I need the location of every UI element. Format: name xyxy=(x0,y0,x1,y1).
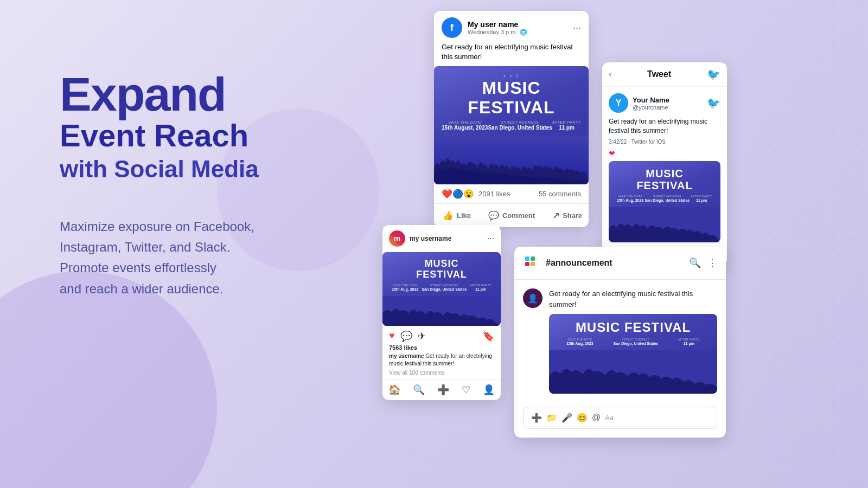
tw-body: Y Your Name @yourcname 🐦 Get ready for a… xyxy=(602,87,727,249)
tw-heart-icon: ❤ xyxy=(609,149,720,158)
sl-header: #announcement 🔍 ⋮ xyxy=(514,247,726,280)
ig-heart-icon[interactable]: ♥ xyxy=(389,330,395,342)
ig-caption-user: my username xyxy=(389,353,424,359)
ig-view-comments[interactable]: View all 100 comments xyxy=(382,370,501,379)
facebook-card: f My user name Wednesday 3 p.m. 🌐 ··· Ge… xyxy=(434,11,589,227)
instagram-card: m my username ··· MUSICFESTIVAL SAVE THE… xyxy=(382,225,501,400)
sl-message-row: 👤 Get ready for an electrifying music fe… xyxy=(523,288,717,394)
ig-home-icon[interactable]: 🏠 xyxy=(388,384,400,396)
svg-rect-6 xyxy=(531,262,535,266)
fb-festival-title: MUSICFESTIVAL xyxy=(439,79,583,117)
ig-comment-icon[interactable]: 💬 xyxy=(400,330,412,342)
fb-actions: 👍 Like 💬 Comment ↗ Share xyxy=(434,204,589,227)
slack-card: #announcement 🔍 ⋮ 👤 Get ready for an ele… xyxy=(514,247,726,438)
fb-comments: 55 comments xyxy=(539,190,581,198)
fb-reactions-bar: ❤️🔵😮 2091 likes 55 comments xyxy=(434,184,589,204)
reaction-icons: ❤️🔵😮 xyxy=(442,189,474,199)
sl-festival-image: MUSIC FESTIVAL SAVE THE DATE 15th Aug, 2… xyxy=(549,314,717,394)
tw-caption: Get ready for an electrifying music fest… xyxy=(609,117,720,136)
fb-caption: Get ready for an electrifying music fest… xyxy=(434,42,589,66)
ig-reels-icon[interactable]: ♡ xyxy=(462,384,470,396)
left-section: Expand Event Reach with Social Media Max… xyxy=(60,70,358,299)
sl-msg-caption: Get ready for an electrifying music fest… xyxy=(549,288,717,310)
ig-more-icon[interactable]: ··· xyxy=(487,234,494,243)
tw-user-info: Your Name @yourcname xyxy=(633,96,707,111)
fb-like-button[interactable]: 👍 Like xyxy=(434,206,480,225)
tw-bird-icon: 🐦 xyxy=(707,97,720,110)
headline-social: with Social Media xyxy=(60,155,358,184)
fb-festival-crowd xyxy=(434,136,589,184)
bg-shape-1 xyxy=(0,271,217,488)
sl-more-icon[interactable]: ⋮ xyxy=(707,257,717,269)
sl-input-area[interactable]: ➕ 📁 🎤 😊 @ Aa xyxy=(523,407,717,429)
tw-username: Your Name xyxy=(633,96,707,104)
tw-festival-image: MUSICFESTIVAL SAVE THE DATE 15th Aug, 20… xyxy=(609,161,720,242)
sl-input-field[interactable]: Aa xyxy=(605,414,709,422)
bg-dots xyxy=(760,0,868,488)
sl-add-icon[interactable]: ➕ xyxy=(531,413,542,423)
ig-nav-bar: 🏠 🔍 ➕ ♡ 👤 xyxy=(382,379,501,400)
svg-rect-5 xyxy=(525,262,529,266)
ig-likes: 7563 likes xyxy=(382,344,501,351)
sl-message-area: 👤 Get ready for an electrifying music fe… xyxy=(514,280,726,402)
description-text: Maximize exposure on Facebook,Instagram,… xyxy=(60,216,358,300)
fb-more-icon[interactable]: ··· xyxy=(573,22,581,34)
sl-logo-icon xyxy=(523,254,540,272)
fb-time: Wednesday 3 p.m. 🌐 xyxy=(468,29,567,36)
ig-username: my username xyxy=(410,235,483,242)
ig-avatar: m xyxy=(389,230,405,247)
fb-festival-details: SAVE THE DATE 15th August, 2023 STREET A… xyxy=(439,120,583,131)
tw-title: Tweet xyxy=(616,69,703,79)
tw-meta: 3:42/22 · Twitter for iOS xyxy=(609,139,720,145)
fb-comment-button[interactable]: 💬 Comment xyxy=(480,206,544,225)
fb-festival-image: ♪ ♪ ♪ MUSICFESTIVAL SAVE THE DATE 15th A… xyxy=(434,66,589,184)
headline-event-reach: Event Reach xyxy=(60,118,358,153)
svg-rect-4 xyxy=(531,256,535,261)
ig-festival-image: MUSICFESTIVAL SAVE THE DATE 15th Aug, 20… xyxy=(382,252,501,326)
fb-like-icon: 👍 xyxy=(443,210,454,221)
sl-search-icon[interactable]: 🔍 xyxy=(689,257,701,269)
fb-share-icon: ↗ xyxy=(552,210,559,221)
sl-channel-name: #announcement xyxy=(546,258,684,268)
tw-user-row: Y Your Name @yourcname 🐦 xyxy=(609,93,720,113)
fb-user-info: My user name Wednesday 3 p.m. 🌐 xyxy=(468,20,567,36)
ig-actions: ♥ 💬 ✈ 🔖 xyxy=(382,326,501,344)
headline-expand: Expand xyxy=(60,70,358,118)
ig-add-icon[interactable]: ➕ xyxy=(437,384,449,396)
ig-search-icon[interactable]: 🔍 xyxy=(413,384,425,396)
sl-msg-content: Get ready for an electrifying music fest… xyxy=(549,288,717,394)
fb-share-button[interactable]: ↗ Share xyxy=(544,206,589,225)
fb-header: f My user name Wednesday 3 p.m. 🌐 ··· xyxy=(434,11,589,42)
sl-header-icons: 🔍 ⋮ xyxy=(689,257,717,269)
sl-emoji-icon[interactable]: 😊 xyxy=(577,413,588,423)
ig-share-icon[interactable]: ✈ xyxy=(418,330,426,342)
svg-rect-3 xyxy=(525,256,529,261)
fb-comment-icon: 💬 xyxy=(488,210,499,221)
fb-likes: 2091 likes xyxy=(478,190,510,198)
sl-input-icons: ➕ 📁 🎤 😊 @ xyxy=(531,413,601,423)
sl-msg-avatar: 👤 xyxy=(523,288,542,308)
tw-header-bar: ‹ Tweet 🐦 xyxy=(602,62,727,87)
tw-handle: @yourcname xyxy=(633,104,707,111)
globe-icon: 🌐 xyxy=(520,29,527,36)
fb-username: My user name xyxy=(468,20,567,29)
sl-mic-icon[interactable]: 🎤 xyxy=(561,413,572,423)
tw-back-icon[interactable]: ‹ xyxy=(609,69,611,79)
twitter-card: ‹ Tweet 🐦 Y Your Name @yourcname 🐦 Get r… xyxy=(602,62,727,266)
ig-caption: my username Get ready for an electrifyin… xyxy=(382,352,501,370)
sl-folder-icon[interactable]: 📁 xyxy=(546,413,557,423)
sl-mention-icon[interactable]: @ xyxy=(592,413,601,423)
ig-save-icon[interactable]: 🔖 xyxy=(482,330,494,342)
ig-profile-icon[interactable]: 👤 xyxy=(483,384,495,396)
ig-header: m my username ··· xyxy=(382,225,501,252)
tw-avatar: Y xyxy=(609,93,628,113)
fb-avatar: f xyxy=(442,17,462,38)
tw-logo-icon: 🐦 xyxy=(707,68,720,81)
